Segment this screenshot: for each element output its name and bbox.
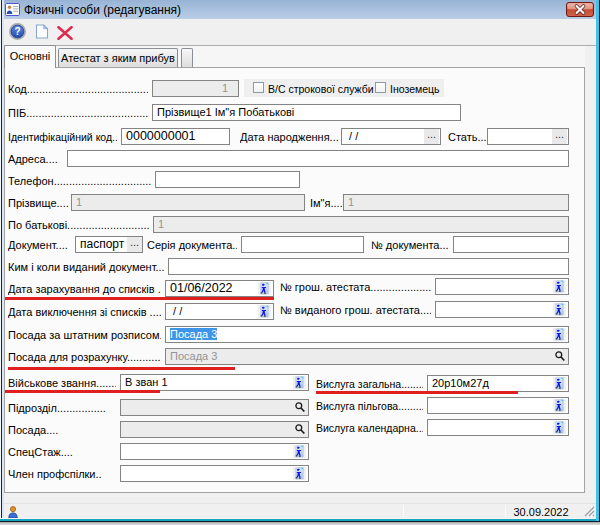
svg-text:?: ?	[14, 26, 20, 37]
